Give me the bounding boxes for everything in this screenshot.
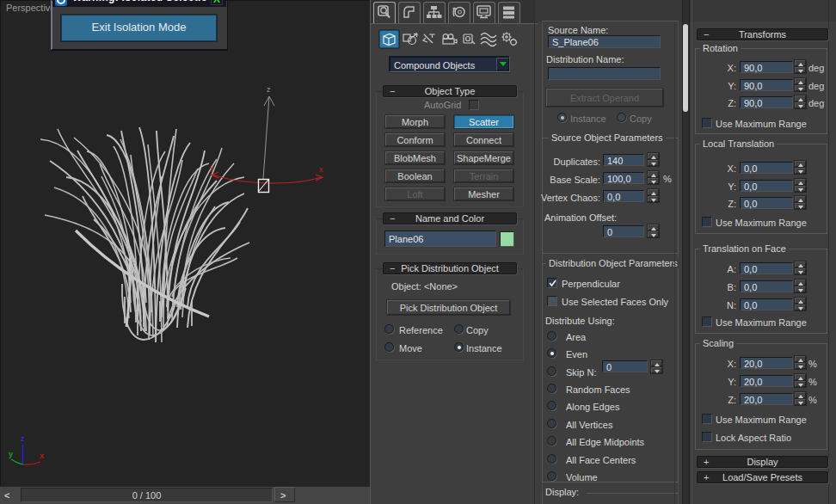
svg-text:x: x	[40, 452, 44, 460]
svg-text:z: z	[21, 434, 25, 443]
svg-text:z: z	[267, 85, 271, 94]
svg-text:x: x	[319, 165, 323, 174]
svg-text:y: y	[9, 450, 13, 458]
svg-text:y: y	[210, 163, 214, 172]
